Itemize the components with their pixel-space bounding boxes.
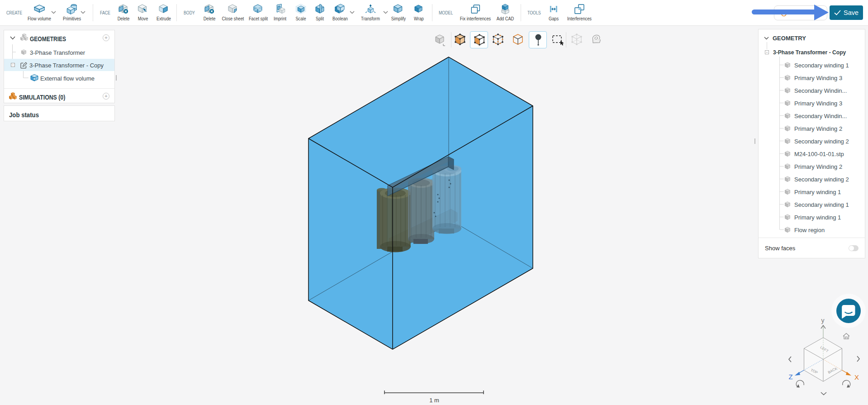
svg-text:y: y (821, 317, 825, 324)
svg-text:Z: Z (788, 373, 792, 381)
svg-text:1 m: 1 m (429, 397, 439, 404)
svg-text:X: X (854, 373, 859, 381)
